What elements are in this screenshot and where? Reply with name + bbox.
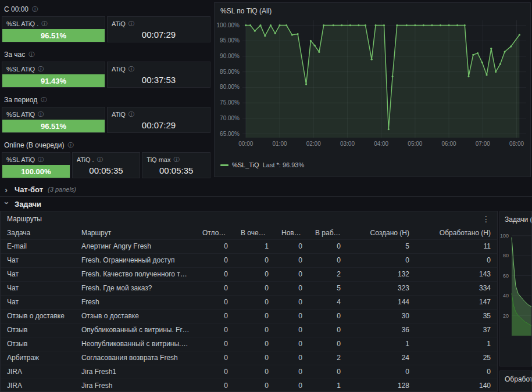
table-cell: 0 (275, 365, 309, 379)
table-cell: 2 (309, 351, 347, 365)
tasks-area-chart[interactable]: 20406080100 (500, 225, 531, 344)
table-cell: Fresh. Ограниченный доступ (75, 253, 196, 267)
stat-panel-header: %SL ATiQ . (2, 17, 105, 28)
stat-panel: TiQ max00:05:35 (142, 152, 210, 178)
routes-table: ЗадачаМаршрутОтложеныВ очередиНовыеВ раб… (1, 226, 497, 392)
table-cell: 0 (275, 267, 309, 281)
stat-panel-title: ATiQ (112, 20, 126, 27)
info-icon (38, 157, 44, 163)
table-row[interactable]: E-mailАлертинг Angry Fresh0100511 (1, 239, 497, 253)
info-icon (38, 66, 44, 72)
stat-value-percent: 96.51% (2, 29, 105, 42)
table-cell: Fresh. Где мой заказ? (75, 281, 196, 295)
panel-menu-icon[interactable] (480, 214, 492, 224)
table-row[interactable]: ОтзывНеопубликованный с витрины. Fresh00… (1, 337, 497, 351)
table-cell: 0 (275, 295, 309, 309)
svg-text:100.00%: 100.00% (217, 22, 240, 28)
column-header-label: В очереди (241, 229, 274, 237)
stat-panel-title: ATiQ . (77, 156, 94, 163)
stat-group-title[interactable]: За период (2, 93, 210, 107)
svg-text:60: 60 (503, 273, 509, 279)
table-row[interactable]: JIRAJira Fresh0001128140 (1, 379, 497, 392)
stat-panel-row: %SL ATiQ91.43%ATiQ00:37:53 (2, 62, 210, 88)
table-cell: 0 (309, 337, 347, 351)
column-header[interactable]: Новые (275, 226, 309, 239)
table-row[interactable]: ЧатFresh. Где мой заказ?0005323334 (1, 281, 497, 295)
stat-group-title[interactable]: С 00:00 (2, 2, 210, 16)
column-header[interactable]: Маршрут (75, 226, 196, 239)
info-icon (41, 21, 47, 27)
table-row[interactable]: ЧатFresh0004144147 (1, 295, 497, 309)
tasks-all-panel-title: Задачи (All (500, 211, 531, 225)
table-row[interactable]: ЧатFresh. Качество полученного товара000… (1, 267, 497, 281)
info-icon (97, 157, 103, 163)
svg-text:08:00: 08:00 (509, 141, 524, 147)
row-tasks[interactable]: Задачи (0, 198, 532, 210)
stat-group-title-label: За час (4, 51, 25, 59)
processing-panel-title: Обработка (500, 371, 531, 385)
column-header[interactable]: Создано (Н) (347, 226, 416, 239)
routes-panel-header: Маршруты (1, 211, 497, 226)
column-header[interactable]: Задача (1, 226, 75, 239)
svg-text:01:00: 01:00 (273, 141, 287, 147)
row-chatbot-label: Чат-бот (15, 185, 43, 194)
legend-series-name[interactable]: %SL_TiQ (232, 161, 259, 168)
svg-text:90.00%: 90.00% (220, 53, 240, 59)
table-row[interactable]: АрбитражСогласования возврата Fresh00022… (1, 351, 497, 365)
info-icon (128, 112, 134, 117)
stat-group-title-label: С 00:00 (4, 5, 28, 13)
svg-text:40: 40 (503, 293, 509, 299)
table-cell: 1 (416, 337, 497, 351)
table-row[interactable]: Отзыв о доставкеОтзыв о доставке00003035 (1, 309, 497, 323)
table-cell: 0 (234, 253, 275, 267)
info-icon (41, 97, 47, 103)
table-cell: 0 (196, 337, 234, 351)
stat-panel: ATiQ00:37:53 (107, 62, 210, 88)
routes-table-panel: Маршруты ЗадачаМаршрутОтложеныВ очередиН… (0, 211, 498, 392)
stat-value-time: 00:05:35 (142, 164, 210, 178)
column-header[interactable]: Отложены (196, 226, 234, 239)
stat-panel: %SL ATiQ91.43% (2, 62, 105, 88)
table-cell: Неопубликованный с витрины. Fresh (75, 337, 196, 351)
stat-group: С 00:00%SL ATiQ .96.51%ATiQ00:07:29 (2, 2, 210, 42)
stat-value-time: 00:05:35 (73, 164, 140, 178)
column-header-label: Отложены (202, 229, 234, 237)
table-row[interactable]: JIRAJira Fresh1000000 (1, 365, 497, 379)
column-header[interactable]: В очереди (234, 226, 275, 239)
svg-text:20: 20 (503, 313, 509, 319)
table-cell: 5 (347, 239, 416, 253)
sl-tiq-timeseries-chart[interactable]: 65.00%70.00%75.00%80.00%85.00%90.00%95.0… (215, 16, 529, 161)
column-header[interactable]: Обработано (Н) (416, 226, 497, 239)
table-cell: 0 (309, 365, 347, 379)
table-cell: 323 (347, 281, 416, 295)
stat-panel-header: TiQ max (142, 153, 210, 164)
info-icon (28, 52, 34, 57)
column-header-label: Маршрут (81, 229, 111, 237)
table-cell: 0 (234, 281, 275, 295)
table-cell: Алертинг Angry Fresh (75, 239, 196, 253)
stat-panel: %SL ATiQ .96.51% (2, 16, 105, 42)
table-cell: E-mail (1, 239, 75, 253)
routes-panel-title: Маршруты (7, 215, 42, 223)
table-cell: 25 (416, 351, 497, 365)
table-row[interactable]: ОтзывОпубликованный с витрины. Fresh0000… (1, 323, 497, 337)
row-chatbot[interactable]: Чат-бот (3 panels) (0, 182, 532, 197)
table-cell: 35 (416, 309, 497, 323)
table-cell: 0 (416, 365, 497, 379)
table-cell: 0 (275, 239, 309, 253)
table-cell: 140 (416, 379, 497, 392)
table-cell: Отзыв о доставке (75, 309, 196, 323)
stat-value-time: 00:37:53 (108, 73, 210, 87)
stat-group-title[interactable]: Online (В очереди) (2, 138, 210, 152)
chart-legend[interactable]: %SL_TiQ Last *: 96.93% (215, 161, 530, 169)
stat-value-percent: 96.51% (2, 120, 105, 132)
stat-group: Online (В очереди)%SL ATiQ100.00%ATiQ .0… (2, 138, 210, 178)
table-row[interactable]: ЧатFresh. Ограниченный доступ000000 (1, 253, 497, 267)
table-cell: 37 (416, 323, 497, 337)
column-header[interactable]: В работе (309, 226, 347, 239)
stat-value-percent: 91.43% (2, 74, 105, 87)
stats-column: С 00:00%SL ATiQ .96.51%ATiQ00:07:29За ча… (2, 2, 210, 184)
svg-text:04:00: 04:00 (374, 141, 388, 147)
table-cell: 0 (196, 281, 234, 295)
stat-group-title[interactable]: За час (2, 48, 210, 62)
